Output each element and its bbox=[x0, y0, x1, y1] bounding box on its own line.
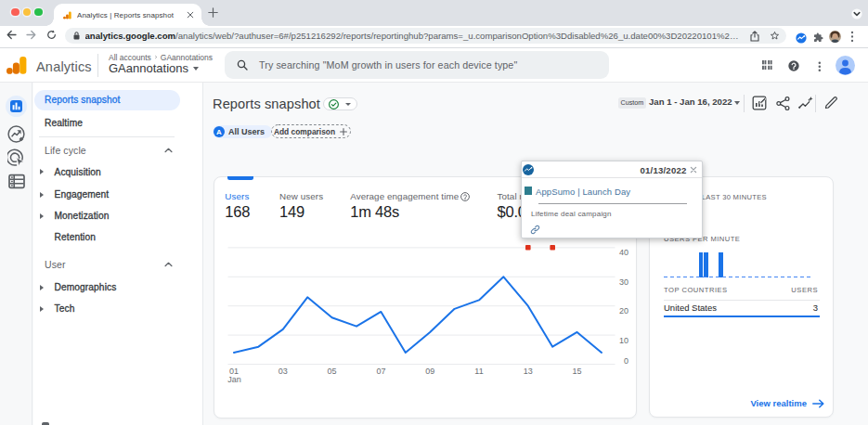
extensions-puzzle-icon[interactable] bbox=[813, 32, 823, 43]
browser-menu-icon[interactable] bbox=[850, 31, 854, 43]
breadcrumb[interactable]: All accountsGAannotations bbox=[109, 53, 213, 62]
date-custom-badge: Custom bbox=[618, 97, 646, 109]
tab-title: Analytics | Reports snapshot bbox=[77, 11, 183, 19]
svg-text:07: 07 bbox=[376, 366, 385, 375]
sidebar-item-demographics[interactable]: Demographics bbox=[55, 282, 117, 292]
property-caret-icon bbox=[193, 67, 199, 71]
ga-menu-icon[interactable] bbox=[818, 61, 822, 71]
view-realtime-label: View realtime bbox=[750, 398, 807, 408]
expand-arrow-icon[interactable] bbox=[40, 285, 44, 290]
svg-text:09: 09 bbox=[425, 366, 434, 375]
annotation-popup: 01/13/2022 AppSumo | Launch Day Lifetime… bbox=[521, 161, 703, 239]
segment-chip-all-users[interactable]: A All Users bbox=[213, 125, 272, 138]
browser-tab[interactable]: Analytics | Reports snapshot bbox=[54, 4, 201, 26]
annotation-divider bbox=[538, 203, 687, 204]
dashed-border bbox=[271, 124, 351, 138]
nav-rail bbox=[0, 83, 32, 425]
annotation-title[interactable]: AppSumo | Launch Day bbox=[536, 187, 630, 197]
sidebar-item-realtime[interactable]: Realtime bbox=[45, 118, 83, 128]
property-name: GAannotations bbox=[109, 61, 188, 75]
lock-icon bbox=[73, 32, 80, 40]
breadcrumb-chevron-icon bbox=[152, 54, 160, 61]
date-caret-icon[interactable] bbox=[734, 101, 740, 105]
ga-product-name: Analytics bbox=[36, 59, 92, 74]
ga-apps-grid-icon[interactable] bbox=[762, 60, 772, 70]
reports-bar-chart-icon bbox=[6, 96, 27, 117]
annotation-description: Lifetime deal campaign bbox=[531, 210, 612, 218]
ga-app-header: Analytics All accountsGAannotations GAan… bbox=[0, 48, 868, 83]
sidebar-item-acquisition[interactable]: Acquisition bbox=[55, 167, 101, 177]
add-comparison-chip[interactable]: Add comparison bbox=[271, 124, 351, 138]
expand-arrow-icon[interactable] bbox=[40, 169, 44, 174]
svg-text:05: 05 bbox=[328, 366, 337, 375]
window-minimize-button[interactable] bbox=[23, 8, 32, 17]
rail-advertising-item[interactable] bbox=[0, 148, 32, 167]
advertising-target-cursor-icon bbox=[7, 148, 25, 167]
view-realtime-link[interactable]: View realtime bbox=[750, 398, 824, 408]
segment-avatar: A bbox=[214, 126, 225, 137]
sidebar-item-reports-snapshot[interactable]: Reports snapshot bbox=[45, 95, 120, 105]
svg-text:20: 20 bbox=[619, 306, 628, 316]
report-nav: Reports snapshotRealtimeLife cycleAcquis… bbox=[33, 83, 203, 425]
breadcrumb-leaf[interactable]: GAannotations bbox=[161, 53, 213, 62]
annotation-link-icon[interactable] bbox=[530, 225, 540, 235]
annotation-category-swatch bbox=[525, 187, 533, 195]
report-status-control[interactable] bbox=[323, 97, 357, 111]
arrow-right-icon bbox=[812, 399, 824, 408]
sidebar-item-engagement[interactable]: Engagement bbox=[55, 189, 110, 200]
reload-button[interactable] bbox=[46, 30, 57, 40]
sidebar-item-retention[interactable]: Retention bbox=[55, 232, 97, 242]
svg-text:40: 40 bbox=[619, 248, 628, 257]
forward-button[interactable] bbox=[26, 30, 36, 40]
bookmark-star-icon[interactable] bbox=[770, 31, 780, 41]
tab-search-chevron-icon[interactable] bbox=[851, 8, 862, 19]
window-zoom-button[interactable] bbox=[34, 8, 43, 17]
insights-icon[interactable] bbox=[798, 97, 813, 110]
url-text: analytics.google.com/analytics/web/?auth… bbox=[85, 31, 750, 41]
breadcrumb-root[interactable]: All accounts bbox=[109, 53, 151, 62]
library-table-icon bbox=[8, 174, 25, 189]
svg-text:13: 13 bbox=[524, 366, 533, 375]
expand-arrow-icon[interactable] bbox=[40, 213, 44, 219]
rail-explore-item[interactable] bbox=[0, 125, 32, 143]
share-page-icon[interactable] bbox=[750, 31, 759, 42]
users-col-header: USERS bbox=[791, 286, 818, 294]
per-minute-bar bbox=[704, 252, 707, 277]
account-avatar[interactable] bbox=[836, 56, 855, 75]
new-tab-button[interactable] bbox=[208, 7, 218, 18]
date-range[interactable]: Jan 1 - Jan 16, 2022 bbox=[649, 97, 732, 107]
rail-reports-item[interactable] bbox=[0, 96, 32, 117]
action-divider bbox=[744, 95, 745, 112]
back-button[interactable] bbox=[6, 30, 17, 40]
ga-annotations-extension-icon[interactable] bbox=[796, 32, 807, 44]
nav-section-user: User bbox=[45, 259, 66, 270]
address-bar[interactable]: analytics.google.com/analytics/web/?auth… bbox=[65, 28, 786, 44]
help-icon[interactable] bbox=[788, 60, 799, 71]
sidebar-item-tech[interactable]: Tech bbox=[55, 303, 75, 314]
search-bar[interactable]: Try searching "MoM growth in users for e… bbox=[225, 51, 609, 79]
rail-library-item[interactable] bbox=[0, 174, 32, 189]
expand-arrow-icon[interactable] bbox=[40, 306, 44, 312]
customize-report-icon[interactable] bbox=[824, 96, 838, 109]
expand-arrow-icon[interactable] bbox=[40, 192, 44, 198]
annotation-close-icon[interactable] bbox=[690, 166, 697, 174]
svg-text:11: 11 bbox=[474, 366, 483, 375]
tab-close-icon[interactable] bbox=[187, 11, 194, 19]
search-icon bbox=[237, 59, 248, 71]
section-collapse-icon[interactable] bbox=[164, 262, 173, 267]
browser-profile-avatar[interactable] bbox=[829, 31, 841, 43]
report-ok-icon bbox=[329, 99, 339, 109]
nav-divider bbox=[39, 136, 175, 137]
svg-text:Jan: Jan bbox=[227, 374, 241, 383]
sidebar-item-monetization[interactable]: Monetization bbox=[55, 211, 110, 221]
per-minute-bar bbox=[719, 252, 722, 277]
tab-strip: Analytics | Reports snapshot bbox=[0, 0, 868, 26]
browser-toolbar: analytics.google.com/analytics/web/?auth… bbox=[0, 26, 868, 48]
window-close-button[interactable] bbox=[11, 8, 19, 17]
section-collapse-icon[interactable] bbox=[164, 148, 173, 153]
share-report-icon[interactable] bbox=[776, 97, 790, 110]
report-status-caret-icon bbox=[345, 103, 351, 106]
edit-comparisons-icon[interactable] bbox=[752, 96, 768, 110]
explore-compass-icon bbox=[7, 125, 25, 143]
property-selector[interactable]: GAannotations bbox=[109, 61, 199, 75]
